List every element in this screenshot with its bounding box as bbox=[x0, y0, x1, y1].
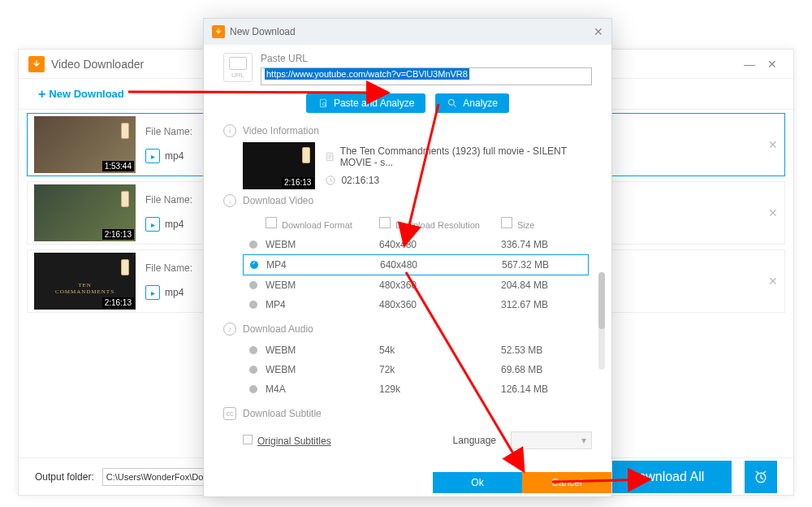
download-audio-header-label: Download Audio bbox=[243, 323, 313, 335]
file-name-label: File Name: bbox=[145, 126, 192, 137]
table-row[interactable]: MP4640x480567.32 MB bbox=[243, 254, 589, 275]
video-thumbnail: 2:16:13 bbox=[243, 142, 315, 189]
minimize-button[interactable]: — bbox=[738, 53, 761, 76]
video-title: The Ten Commandments (1923) full movie -… bbox=[340, 145, 592, 168]
dialog-close-button[interactable]: ✕ bbox=[594, 25, 603, 38]
size-col-icon bbox=[501, 217, 512, 228]
close-button[interactable]: ✕ bbox=[761, 53, 784, 76]
download-video-header-label: Download Video bbox=[243, 195, 313, 206]
duration-badge: 2:16:13 bbox=[102, 297, 134, 308]
remove-item-button[interactable]: ✕ bbox=[768, 275, 778, 288]
analyze-label: Analyze bbox=[463, 98, 498, 109]
alarm-icon bbox=[753, 469, 769, 485]
video-info: 2:16:13 The Ten Commandments (1923) full… bbox=[243, 142, 592, 189]
radio-icon bbox=[249, 366, 257, 374]
table-row[interactable]: WEBM640x480336.74 MB bbox=[243, 235, 589, 254]
download-audio-header: ♪ Download Audio bbox=[223, 323, 592, 336]
new-download-button[interactable]: + New Download bbox=[38, 87, 124, 102]
checkbox-icon bbox=[243, 435, 253, 444]
file-name-label: File Name: bbox=[145, 194, 192, 206]
table-row[interactable]: M4A129k126.14 MB bbox=[243, 379, 589, 399]
format-label: mp4 bbox=[165, 150, 184, 162]
svg-point-3 bbox=[449, 99, 455, 105]
app-logo-icon bbox=[28, 56, 45, 72]
cc-icon: cc bbox=[223, 407, 236, 420]
thumbnail: TENCOMMANDMENTS 2:16:13 bbox=[34, 253, 136, 310]
item-meta: File Name: ▸ mp4 bbox=[145, 262, 192, 300]
table-row[interactable]: WEBM480x360204.84 MB bbox=[243, 275, 589, 295]
analyze-button-row: Paste and Analyze Analyze bbox=[223, 93, 592, 113]
plus-icon: + bbox=[38, 87, 45, 102]
download-video-header: ↓ Download Video bbox=[223, 194, 592, 207]
video-duration: 02:16:13 bbox=[341, 175, 379, 186]
video-info-header: i Video Information bbox=[223, 124, 592, 137]
dialog-body: URL Paste URL https://www.youtube.com/wa… bbox=[204, 45, 611, 496]
cancel-button[interactable]: Cancel bbox=[522, 472, 611, 493]
chevron-down-icon: ▾ bbox=[581, 435, 586, 446]
format-col-icon bbox=[266, 217, 277, 228]
duration-badge: 1:53:44 bbox=[102, 161, 134, 171]
dialog-titlebar: New Download ✕ bbox=[204, 19, 611, 45]
remove-item-button[interactable]: ✕ bbox=[768, 138, 778, 151]
original-subtitles-label: Original Subtitles bbox=[257, 436, 331, 447]
radio-icon bbox=[249, 281, 257, 289]
download-all-label: Download All bbox=[629, 470, 705, 484]
radio-icon bbox=[249, 385, 257, 393]
video-thumb-duration: 2:16:13 bbox=[282, 177, 313, 188]
thumbnail: 1:53:44 bbox=[34, 116, 136, 173]
output-folder-label: Output folder: bbox=[35, 471, 94, 483]
dialog-logo-icon bbox=[212, 25, 225, 38]
clipboard-search-icon bbox=[317, 98, 329, 109]
original-subtitles-checkbox[interactable]: Original Subtitles bbox=[243, 435, 331, 447]
download-icon: ↓ bbox=[223, 194, 236, 207]
duration-badge: 2:16:13 bbox=[102, 229, 134, 240]
format-icon: ▸ bbox=[145, 217, 160, 232]
language-select[interactable]: ▾ bbox=[511, 431, 592, 449]
url-value: https://www.youtube.com/watch?v=CBVlU3Mn… bbox=[265, 68, 469, 80]
format-chip[interactable]: ▸ mp4 bbox=[145, 217, 192, 232]
audio-formats-table: WEBM54k52.53 MB WEBM72k69.68 MB M4A129k1… bbox=[243, 340, 589, 399]
download-subtitle-header-label: Download Subtitle bbox=[243, 408, 322, 419]
format-icon: ▸ bbox=[145, 149, 160, 163]
dialog-title: New Download bbox=[230, 26, 594, 37]
info-icon: i bbox=[223, 124, 236, 137]
table-header: Download Format Download Resolution Size bbox=[243, 212, 589, 235]
schedule-button[interactable] bbox=[745, 461, 777, 493]
analyze-button[interactable]: Analyze bbox=[435, 93, 509, 113]
table-row[interactable]: WEBM72k69.68 MB bbox=[243, 360, 589, 379]
format-chip[interactable]: ▸ mp4 bbox=[145, 285, 192, 300]
thumbnail: 2:16:13 bbox=[34, 184, 136, 241]
language-label: Language bbox=[453, 435, 496, 446]
radio-icon bbox=[249, 346, 257, 354]
format-label: mp4 bbox=[165, 219, 184, 230]
video-formats-table: Download Format Download Resolution Size… bbox=[243, 212, 589, 314]
format-icon: ▸ bbox=[145, 285, 160, 300]
format-chip[interactable]: ▸ mp4 bbox=[145, 149, 192, 163]
radio-icon bbox=[249, 301, 257, 309]
url-page-icon: URL bbox=[223, 53, 253, 82]
audio-icon: ♪ bbox=[223, 323, 236, 336]
document-icon bbox=[325, 151, 335, 162]
format-label: mp4 bbox=[165, 287, 184, 298]
resolution-col-icon bbox=[379, 217, 391, 228]
new-download-dialog: New Download ✕ URL Paste URL https://www… bbox=[203, 18, 612, 497]
file-name-label: File Name: bbox=[145, 262, 192, 274]
search-icon bbox=[447, 98, 458, 109]
item-meta: File Name: ▸ mp4 bbox=[145, 126, 192, 163]
table-row[interactable]: WEBM54k52.53 MB bbox=[243, 340, 589, 360]
scrollbar-thumb[interactable] bbox=[598, 272, 605, 329]
download-all-button[interactable]: Download All bbox=[602, 461, 732, 493]
table-row[interactable]: MP4480x360312.67 MB bbox=[243, 295, 589, 314]
radio-checked-icon bbox=[250, 261, 258, 269]
paste-analyze-button[interactable]: Paste and Analyze bbox=[306, 93, 425, 113]
remove-item-button[interactable]: ✕ bbox=[768, 206, 778, 219]
url-section: URL Paste URL https://www.youtube.com/wa… bbox=[223, 53, 592, 85]
new-download-label: New Download bbox=[49, 88, 123, 100]
url-input[interactable]: https://www.youtube.com/watch?v=CBVlU3Mn… bbox=[261, 67, 592, 85]
clock-icon bbox=[325, 175, 336, 186]
ok-button[interactable]: Ok bbox=[433, 472, 522, 493]
item-meta: File Name: ▸ mp4 bbox=[145, 194, 192, 232]
paste-analyze-label: Paste and Analyze bbox=[334, 98, 414, 109]
video-info-header-label: Video Information bbox=[243, 125, 319, 136]
scrollbar[interactable] bbox=[598, 272, 605, 370]
